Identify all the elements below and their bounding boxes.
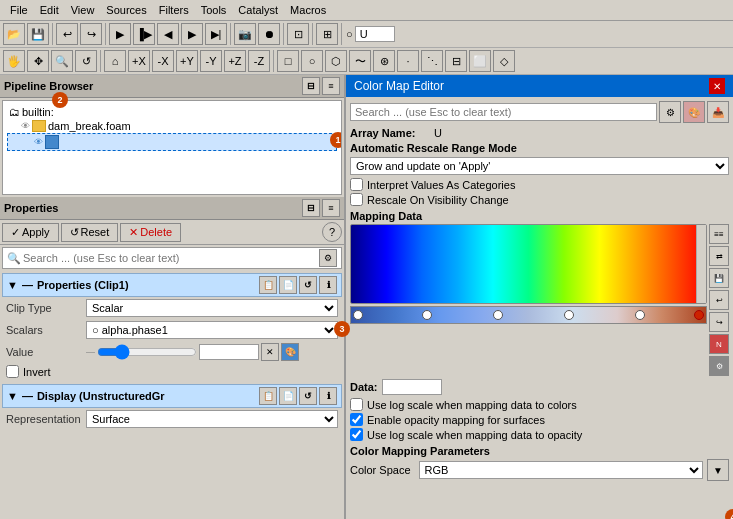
plus-x-btn[interactable]: +X <box>128 50 150 72</box>
data-input[interactable]: 0 <box>382 379 442 395</box>
undo-btn[interactable]: ↩ <box>56 23 78 45</box>
display-paste-btn[interactable]: 📄 <box>279 387 297 405</box>
apply-button[interactable]: ✓ Apply <box>2 223 59 242</box>
stop-handle-6[interactable] <box>694 310 704 320</box>
menu-sources[interactable]: Sources <box>100 2 152 18</box>
open-btn[interactable]: 📂 <box>3 23 25 45</box>
wave-btn[interactable]: 〜 <box>349 50 371 72</box>
gradient-scrollbar[interactable] <box>696 225 706 303</box>
poly-btn[interactable]: ⬡ <box>325 50 347 72</box>
log-opacity-checkbox[interactable] <box>350 428 363 441</box>
representation-select[interactable]: Surface <box>86 410 338 428</box>
gradient-nancolor-btn[interactable]: N <box>709 334 729 354</box>
search-options-btn[interactable]: ⚙ <box>319 249 337 267</box>
clip1-paste-btn[interactable]: 📄 <box>279 276 297 294</box>
interpret-checkbox[interactable] <box>350 178 363 191</box>
menu-filters[interactable]: Filters <box>153 2 195 18</box>
help-button[interactable]: ? <box>322 222 342 242</box>
cme-palette-btn[interactable]: 🎨 <box>683 101 705 123</box>
log-scale-checkbox[interactable] <box>350 398 363 411</box>
gradient-redo-btn[interactable]: ↪ <box>709 312 729 332</box>
cube3-btn[interactable]: ⬜ <box>469 50 491 72</box>
clip1-refresh-btn[interactable]: ↺ <box>299 276 317 294</box>
menu-macros[interactable]: Macros <box>284 2 332 18</box>
last-btn[interactable]: ▶| <box>205 23 227 45</box>
select-btn[interactable]: 🖐 <box>3 50 25 72</box>
screenshot-btn[interactable]: 📷 <box>234 23 256 45</box>
delete-button[interactable]: ✕ Delete <box>120 223 181 242</box>
swirl-btn[interactable]: ⊛ <box>373 50 395 72</box>
search-bar[interactable]: 🔍 ⚙ <box>2 247 342 269</box>
search-input[interactable] <box>23 252 319 264</box>
clip-type-select[interactable]: Scalar <box>86 299 338 317</box>
stop-handle-1[interactable] <box>353 310 363 320</box>
redo-btn[interactable]: ↪ <box>80 23 102 45</box>
play-btn[interactable]: ▶ <box>109 23 131 45</box>
rescale-visibility-checkbox[interactable] <box>350 193 363 206</box>
reset-camera-btn[interactable]: ⌂ <box>104 50 126 72</box>
zoom-fit-btn[interactable]: ⊡ <box>287 23 309 45</box>
arrange-btn[interactable]: ⊞ <box>316 23 338 45</box>
gradient-undo-btn[interactable]: ↩ <box>709 290 729 310</box>
cme-gear-btn[interactable]: ⚙ <box>659 101 681 123</box>
pipeline-options-btn[interactable]: ≡ <box>322 77 340 95</box>
stop-handle-2[interactable] <box>422 310 432 320</box>
color-gradient-bar[interactable] <box>350 224 707 304</box>
gradient-swap-btn[interactable]: ⇄ <box>709 246 729 266</box>
value-slider[interactable] <box>97 344 197 360</box>
clip1-info-btn[interactable]: ℹ <box>319 276 337 294</box>
pipeline-expand-btn[interactable]: ⊟ <box>302 77 320 95</box>
value-color-btn[interactable]: 🎨 <box>281 343 299 361</box>
u-input[interactable] <box>355 26 395 42</box>
menu-tools[interactable]: Tools <box>195 2 233 18</box>
next-btn[interactable]: ▶ <box>181 23 203 45</box>
display-copy-btn[interactable]: 📋 <box>259 387 277 405</box>
opacity-checkbox[interactable] <box>350 413 363 426</box>
gradient-advanced-btn[interactable]: ⚙ <box>709 356 729 376</box>
display-refresh-btn[interactable]: ↺ <box>299 387 317 405</box>
stop-handle-3[interactable] <box>493 310 503 320</box>
stops-bar[interactable] <box>350 306 707 324</box>
grid-btn[interactable]: ⊟ <box>445 50 467 72</box>
value-clear-btn[interactable]: ✕ <box>261 343 279 361</box>
tree-item-clip1[interactable]: 👁 1 <box>7 133 337 151</box>
scalars-select[interactable]: ○ alpha.phase1 <box>86 321 338 339</box>
minus-x-btn[interactable]: -X <box>152 50 174 72</box>
cme-import-btn[interactable]: 📥 <box>707 101 729 123</box>
value-input[interactable]: 0.2 <box>199 344 259 360</box>
pan-btn[interactable]: ✥ <box>27 50 49 72</box>
color-space-expand-btn[interactable]: ▼ <box>707 459 729 481</box>
invert-checkbox[interactable] <box>6 365 19 378</box>
gradient-preset-btn[interactable]: ≡≡ <box>709 224 729 244</box>
menu-catalyst[interactable]: Catalyst <box>232 2 284 18</box>
zoom-btn[interactable]: 🔍 <box>51 50 73 72</box>
menu-file[interactable]: File <box>4 2 34 18</box>
props-expand-btn[interactable]: ⊟ <box>302 199 320 217</box>
dot-btn[interactable]: · <box>397 50 419 72</box>
record-btn[interactable]: ⏺ <box>258 23 280 45</box>
cme-close-button[interactable]: ✕ <box>709 78 725 94</box>
plus-z-btn[interactable]: +Z <box>224 50 246 72</box>
sphere-btn[interactable]: ○ <box>301 50 323 72</box>
prev-btn[interactable]: ◀ <box>157 23 179 45</box>
menu-edit[interactable]: Edit <box>34 2 65 18</box>
save-btn[interactable]: 💾 <box>27 23 49 45</box>
display-info-btn[interactable]: ℹ <box>319 387 337 405</box>
gradient-save-btn[interactable]: 💾 <box>709 268 729 288</box>
menu-view[interactable]: View <box>65 2 101 18</box>
box-btn[interactable]: □ <box>277 50 299 72</box>
rotate-btn[interactable]: ↺ <box>75 50 97 72</box>
rescale-mode-select[interactable]: Grow and update on 'Apply' <box>350 157 729 175</box>
step-btn[interactable]: ▐▶ <box>133 23 155 45</box>
minus-y-btn[interactable]: -Y <box>200 50 222 72</box>
cme-search-input[interactable] <box>350 103 657 121</box>
minus-z-btn[interactable]: -Z <box>248 50 270 72</box>
clip1-copy-btn[interactable]: 📋 <box>259 276 277 294</box>
stop-handle-4[interactable] <box>564 310 574 320</box>
stop-handle-5[interactable] <box>635 310 645 320</box>
points-btn[interactable]: ⋱ <box>421 50 443 72</box>
props-options-btn[interactable]: ≡ <box>322 199 340 217</box>
diamond-btn[interactable]: ◇ <box>493 50 515 72</box>
reset-button[interactable]: ↺ Reset <box>61 223 119 242</box>
color-space-select[interactable]: RGB <box>419 461 703 479</box>
